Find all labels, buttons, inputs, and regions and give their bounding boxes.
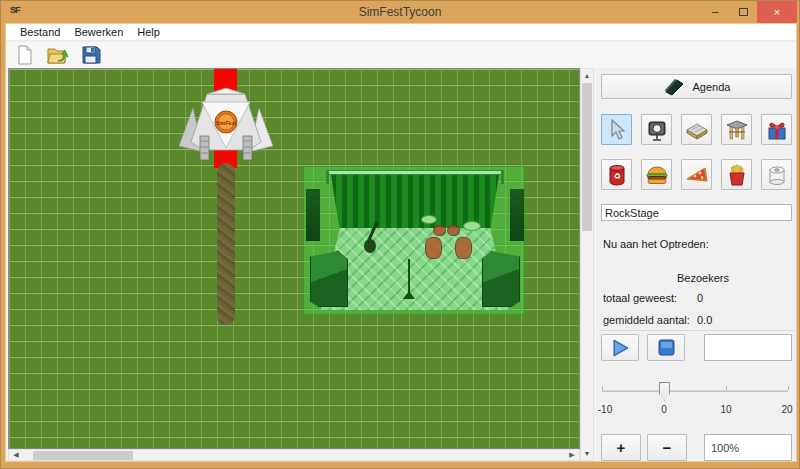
zoom-controls: + − 100% — [601, 434, 792, 461]
minimize-button[interactable]: – — [701, 1, 729, 23]
now-playing-display[interactable] — [704, 334, 792, 361]
menu-bewerken[interactable]: Bewerken — [67, 25, 130, 39]
menu-bestand[interactable]: Bestand — [13, 25, 67, 39]
scroll-up-arrow[interactable]: ▲ — [581, 69, 593, 82]
total-visitors-value: 0 — [697, 292, 703, 304]
play-button[interactable] — [601, 334, 639, 361]
menu-help[interactable]: Help — [130, 25, 167, 39]
gift-icon — [766, 119, 788, 141]
new-file-icon — [15, 45, 35, 65]
panel-divider — [599, 330, 794, 331]
spotlight-icon — [646, 119, 668, 141]
tool-fries-button[interactable] — [721, 159, 752, 190]
horizontal-scroll-thumb[interactable] — [33, 451, 133, 460]
save-file-button[interactable] — [80, 44, 102, 66]
toolbar — [6, 42, 796, 68]
pizza-icon — [685, 165, 709, 185]
play-icon — [610, 338, 630, 358]
stage-platform-icon — [685, 120, 709, 140]
tool-stage-button[interactable] — [681, 114, 712, 145]
burger-icon — [645, 165, 669, 185]
window-title: SimFestTycoon — [1, 5, 799, 19]
side-panel: Agenda — [599, 68, 794, 461]
scroll-down-arrow[interactable]: ▼ — [581, 447, 593, 460]
trash-bin-icon: ♻ — [607, 164, 627, 186]
zoom-out-button[interactable]: − — [647, 434, 687, 461]
slider-tick-labels: -10 0 10 20 — [599, 404, 791, 416]
maximize-button[interactable] — [729, 1, 757, 23]
slider-track[interactable] — [602, 390, 788, 392]
menubar: Bestand Bewerken Help — [6, 24, 796, 41]
average-visitors-value: 0.0 — [697, 314, 712, 326]
dirt-path[interactable] — [217, 163, 235, 325]
svg-text:SimFest: SimFest — [216, 120, 236, 126]
maximize-icon — [739, 8, 748, 16]
total-visitors-label: totaal geweest: — [603, 292, 677, 304]
mic-stand — [403, 259, 415, 301]
close-button[interactable]: × — [757, 1, 797, 23]
app-window: SF SimFestTycoon – × Bestand Bewerken He… — [0, 0, 800, 469]
stop-icon — [658, 339, 675, 356]
transport-controls — [601, 334, 792, 361]
agenda-button[interactable]: Agenda — [601, 74, 792, 99]
now-playing-label: Nu aan het Optreden: — [603, 238, 709, 250]
titlebar: SF SimFestTycoon – × — [1, 1, 799, 23]
festival-map-canvas[interactable]: SimFest — [8, 68, 580, 449]
average-visitors-label: gemiddeld aantal: — [603, 314, 690, 326]
tent-speaker-left — [200, 136, 209, 160]
zoom-level-display[interactable]: 100% — [704, 434, 792, 461]
tool-entrance-button[interactable] — [721, 114, 752, 145]
cursor-icon — [607, 119, 627, 141]
horizontal-scrollbar[interactable]: ◀ ▶ — [8, 449, 580, 461]
entrance-gate-icon — [725, 119, 749, 141]
agenda-label: Agenda — [693, 81, 731, 93]
zoom-in-button[interactable]: + — [601, 434, 641, 461]
save-file-icon — [81, 45, 101, 65]
vertical-scroll-thumb[interactable] — [582, 83, 592, 231]
light-rig-right — [510, 189, 524, 241]
light-rig-left — [306, 189, 320, 241]
tool-pizza-button[interactable] — [681, 159, 712, 190]
stage-name-input[interactable] — [601, 204, 792, 221]
speed-slider[interactable] — [602, 382, 788, 402]
tool-burger-button[interactable] — [641, 159, 672, 190]
new-file-button[interactable] — [14, 44, 36, 66]
tool-row-amenities: ♻ — [601, 159, 792, 190]
guitar — [360, 221, 382, 255]
vertical-scrollbar[interactable]: ▲ ▼ — [580, 68, 594, 461]
app-icon: SF — [10, 5, 25, 19]
stage-speaker-left — [310, 251, 348, 307]
stage-truss — [326, 170, 504, 175]
svg-text:♻: ♻ — [613, 172, 620, 181]
tool-toilet-button[interactable] — [761, 159, 792, 190]
open-file-button[interactable] — [47, 44, 69, 66]
tool-select-button[interactable] — [601, 114, 632, 145]
stage-rockstage[interactable] — [303, 166, 525, 315]
tool-trash-button[interactable]: ♻ — [601, 159, 632, 190]
tent[interactable]: SimFest — [177, 86, 275, 163]
fries-icon — [727, 164, 747, 186]
tool-spotlight-button[interactable] — [641, 114, 672, 145]
content-area: Bestand Bewerken Help — [5, 23, 797, 462]
stage-speaker-right — [482, 251, 520, 307]
toilet-roll-icon — [767, 164, 787, 186]
visitors-header: Bezoekers — [677, 272, 729, 284]
tool-row-structures — [601, 114, 792, 145]
drum-kit — [419, 213, 483, 265]
scroll-left-arrow[interactable]: ◀ — [9, 450, 23, 460]
scroll-right-arrow[interactable]: ▶ — [565, 450, 579, 460]
open-file-icon — [47, 45, 69, 65]
slider-thumb[interactable] — [659, 382, 670, 401]
tool-gift-button[interactable] — [761, 114, 792, 145]
tent-speaker-right — [243, 136, 252, 160]
stop-button[interactable] — [647, 334, 685, 361]
agenda-book-icon — [663, 78, 685, 96]
